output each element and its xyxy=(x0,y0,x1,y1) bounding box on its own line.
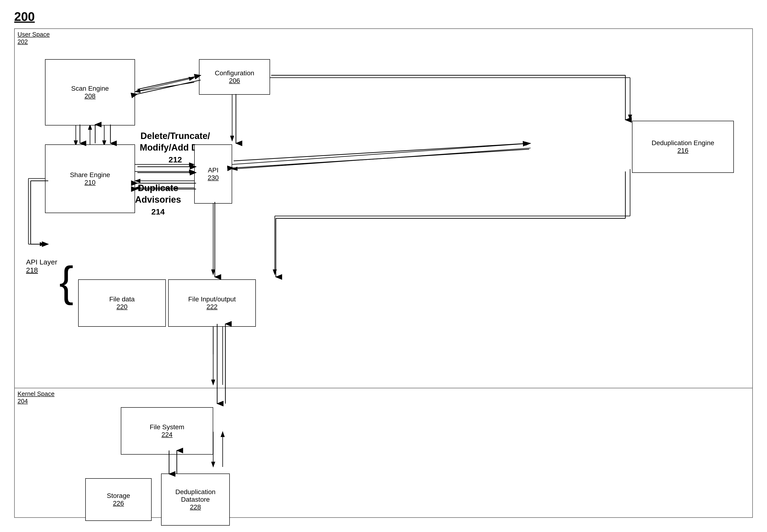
user-space-label: User Space xyxy=(18,31,50,38)
file-data-title: File data xyxy=(109,295,134,303)
file-data-box: File data 220 xyxy=(78,279,166,327)
file-io-box: File Input/output 222 xyxy=(168,279,256,327)
kernel-space-label: Kernel Space xyxy=(18,390,54,398)
dedup-engine-num: 216 xyxy=(678,147,689,154)
dedup-engine-box: Deduplication Engine 216 xyxy=(632,121,734,173)
file-io-num: 222 xyxy=(206,303,218,311)
file-data-num: 220 xyxy=(116,303,128,311)
api-layer-label: API Layer 218 xyxy=(26,258,57,274)
scan-engine-title: Scan Engine xyxy=(71,85,109,92)
dedup-datastore-box: Deduplication Datastore 228 xyxy=(161,474,230,526)
dedup-engine-title: Deduplication Engine xyxy=(652,139,714,147)
api-num: 230 xyxy=(208,174,219,182)
share-engine-num: 210 xyxy=(85,179,96,186)
api-box: API 230 xyxy=(194,144,232,204)
scan-engine-box: Scan Engine 208 xyxy=(45,59,135,125)
duplicate-advisories-label: DuplicateAdvisories 214 xyxy=(135,182,181,217)
scan-engine-num: 208 xyxy=(85,92,96,100)
kernel-space-num: 204 xyxy=(18,398,54,405)
config-title: Configuration xyxy=(215,69,254,77)
diagram-container: User Space 202 Kernel Space 204 xyxy=(14,28,753,518)
dedup-datastore-title: Deduplication Datastore xyxy=(175,488,215,503)
storage-title: Storage xyxy=(107,492,130,500)
api-title: API xyxy=(208,166,218,174)
storage-num: 226 xyxy=(113,500,124,507)
config-num: 206 xyxy=(229,77,240,85)
file-system-num: 224 xyxy=(161,431,173,438)
file-io-title: File Input/output xyxy=(188,295,236,303)
dedup-datastore-num: 228 xyxy=(190,503,201,511)
api-layer-area: API Layer 218 { xyxy=(26,258,57,274)
share-engine-title: Share Engine xyxy=(70,171,110,179)
configuration-box: Configuration 206 xyxy=(199,59,270,95)
storage-box: Storage 226 xyxy=(85,478,152,521)
share-engine-box: Share Engine 210 xyxy=(45,144,135,213)
file-system-title: File System xyxy=(150,423,184,431)
user-space-num: 202 xyxy=(18,38,50,45)
file-system-box: File System 224 xyxy=(121,407,213,455)
page-number: 200 xyxy=(14,9,35,24)
